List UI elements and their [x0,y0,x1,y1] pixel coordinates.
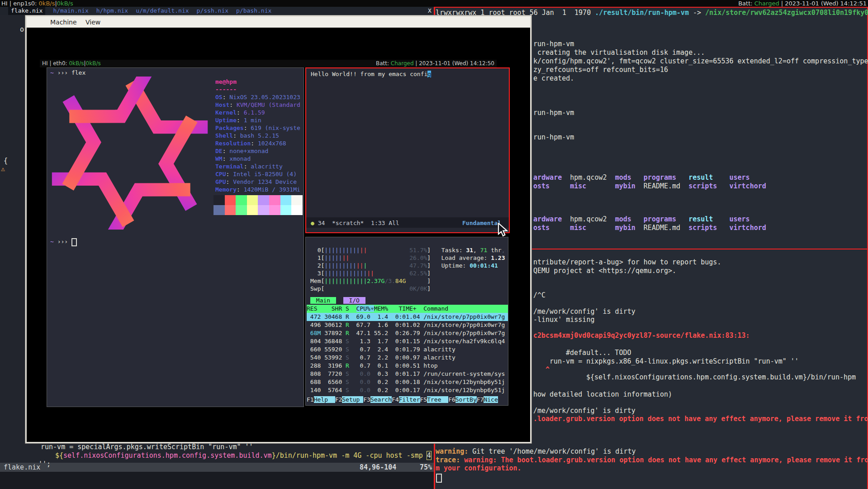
text-segment: ardware [533,215,562,223]
host-right-top-line: osts misc mybin README.md scripts virtch… [533,224,766,232]
text-segment: hpm.qcow2 [570,173,607,182]
text-segment: mods [615,173,631,182]
text-segment: }/bin/run-hpm-vm -m 4G -cpu host -smp [272,451,427,460]
text-segment: /nix/store/rwv62az54zgiwcx0708li0n19fky0 [705,9,868,17]
host-right-top-line: zy_refcounts=off refcount_bits=16 [533,66,668,74]
host-right-bottom-line: /^C [533,291,545,300]
text-segment: k/config/hpm.qcow2', fmt=qcow2 cluster_s… [533,57,868,65]
text-segment: run-hpm-vm [533,133,574,141]
host-right-top-line: e created. [533,74,574,83]
text-segment: ntribute/report-a-bug> for how to report… [533,258,721,266]
text-segment: self.nixosConfigurations.hpm.config.syst… [63,451,272,460]
text-segment: .loader.grub.version option does not hav… [533,415,868,423]
text-segment: users [730,173,750,182]
qemu-window[interactable]: Machine View [25,15,531,443]
text-segment: virtchord [730,182,766,190]
host-emacs-code-line: ${self.nixosConfigurations.hpm.config.sy… [55,451,431,460]
host-right-bottom-line: warning: Git tree '/home/me/work/config'… [436,447,636,456]
text-segment [713,173,729,182]
text-segment [631,173,644,182]
text-segment [607,215,615,223]
text-segment: m your configuration. [436,464,522,472]
text-segment [636,224,644,232]
text-segment: e created. [533,74,574,82]
host-right-bottom-line: .loader.grub.version option does not hav… [533,415,868,423]
text-segment: -linux' missing [533,316,594,324]
host-right-top-line: run-hpm-vm [533,133,574,142]
host-right-bottom-line: run-vm = nixpkgs.x86_64-linux.pkgs.write… [550,357,799,366]
host-right-bottom-line: /me/work/config' is dirty [533,407,636,415]
text-segment: ${self.nixosConfigurations.hpm.config.sy… [586,373,856,381]
text-segment: mybin [615,182,636,190]
text-segment: scripts [688,224,717,232]
text-segment [717,224,729,232]
text-segment: README.md [644,224,680,232]
host-right-bottom-line: ^ [545,365,550,374]
text-segment [586,224,615,232]
text-segment: run-hpm-vm [533,109,574,117]
text-segment [676,215,688,223]
host-right-bottom-line: ntribute/report-a-bug> for how to report… [533,258,721,267]
text-segment: programs [644,173,676,182]
desktop-screen: HI | enp1s0: 0kB/s|0kB/s Batt: Charged |… [0,0,868,489]
text-segment: zy_refcounts=off refcount_bits=16 [533,66,668,74]
host-emacs-code-line: ''; [38,460,51,469]
text-segment [713,215,729,223]
terminal-cursor [436,474,442,483]
text-segment [562,215,570,223]
menu-item-machine[interactable]: Machine [50,17,77,28]
text-segment [676,173,688,182]
text-segment: mods [615,215,631,223]
host-right-top-line: run-hpm-vm [533,40,574,48]
text-segment: QEMU project at <https://qemu.org>. [533,267,676,275]
text-segment: mybin [615,224,636,232]
text-segment: osts [533,182,550,190]
text-segment [550,224,570,232]
text-segment [550,182,570,190]
text-segment [607,173,615,182]
text-segment: hpm.qcow2 [570,215,607,223]
host-emacs-code-line: ⚠ [1,165,5,173]
host-right-bottom-line: trace: warning: The boot.loader.grub.ver… [436,456,868,465]
host-right-bottom-line: /me/work/config' is dirty [533,307,636,316]
text-segment: warning: The boot.loader.grub.version op… [464,456,868,464]
text-segment: /^C [533,291,545,299]
text-segment: users [730,215,750,223]
text-segment: #default... TODO [566,349,631,357]
text-segment: result [688,215,713,223]
host-right-top-line: ardware hpm.qcow2 mods programs result u… [533,173,750,182]
menu-item-view[interactable]: View [85,17,100,28]
text-segment: run-vm = nixpkgs.x86_64-linux.pkgs.write… [550,357,799,365]
text-segment: misc [570,182,586,190]
host-right-top-line: ardware hpm.qcow2 mods programs result u… [533,215,750,224]
host-right-top-line: k/config/hpm.qcow2', fmt=qcow2 cluster_s… [533,57,868,66]
text-segment: trace: [436,456,464,464]
text-segment: how detailed location information) [533,390,672,398]
text-segment [680,224,688,232]
text-segment: /me/work/config' is dirty [533,407,636,415]
text-segment [562,173,570,182]
text-segment [717,182,729,190]
text-segment: /me/work/config' is dirty [533,307,636,316]
mouse-cursor [498,223,508,237]
text-segment: run-hpm-vm [533,40,574,48]
text-segment: Git tree '/home/me/work/config' is dirty [472,447,636,455]
text-segment: ^ [545,365,550,374]
text-segment: c2bcsm4xmj0vd0capi9q2yc0yzl87-source/fla… [533,331,750,340]
host-emacs-code-line: run-vm = specialArgs.pkgs.writeScriptBin… [41,443,253,451]
text-segment: o [20,25,24,34]
qemu-menubar: Machine View [27,17,530,28]
text-segment: ⚠ [1,165,5,173]
text-segment: programs [644,215,676,223]
host-right-bottom-line: c2bcsm4xmj0vd0capi9q2yc0yzl87-source/fla… [533,331,750,340]
host-right-top-line: creating the virtualisation disk image..… [537,48,705,57]
text-segment: ''; [38,460,51,468]
text-segment [631,215,644,223]
host-right-bottom-line: ${self.nixosConfigurations.hpm.config.sy… [586,373,856,382]
text-segment: -> [689,9,705,17]
text-segment: run-vm = specialArgs.pkgs.writeScriptBin… [41,443,253,451]
text-segment [586,182,615,190]
text-segment: creating the virtualisation disk image..… [537,48,705,57]
host-right-top-line: run-hpm-vm [533,109,574,117]
host-right-bottom-line: -linux' missing [533,316,594,324]
